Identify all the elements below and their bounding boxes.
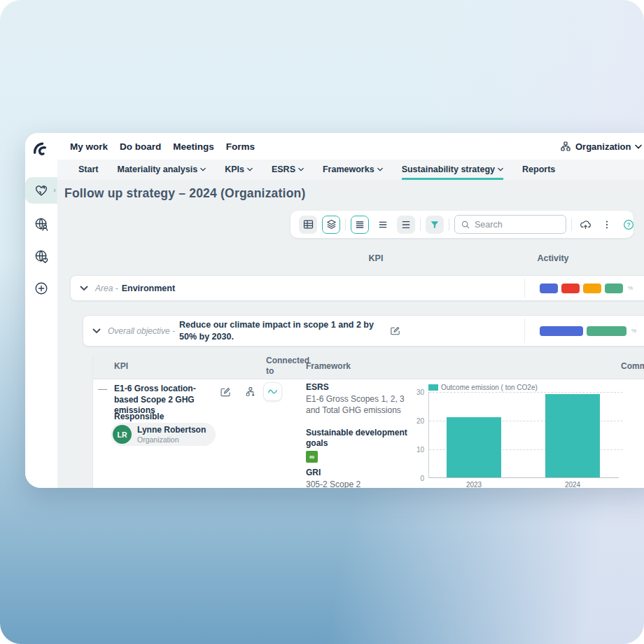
sub-navigation: Start Materiality analysis KPIs ESRS Fra… <box>57 160 644 180</box>
hierarchy-icon <box>560 141 571 152</box>
framework-gri: GRI 305-2 Scope 2 <box>306 468 411 488</box>
app-window: › <box>25 133 644 488</box>
framework-column: ESRS E1-6 Gross Scopes 1, 2, 3 and Total… <box>306 382 411 488</box>
chart-xtick-label: 2024 <box>545 481 600 488</box>
chart-ytick-label: 10 <box>410 446 424 454</box>
sidebar-item-global-goals[interactable] <box>25 243 57 270</box>
chevron-right-icon[interactable]: › <box>53 186 56 194</box>
globe-heart-icon <box>34 248 50 265</box>
tab-esrs[interactable]: ESRS <box>272 160 304 180</box>
area-label: Environment <box>122 284 175 293</box>
help-icon[interactable]: ? <box>620 216 637 233</box>
tab-reports[interactable]: Reports <box>522 160 555 180</box>
divider <box>420 218 421 231</box>
divider <box>524 318 525 343</box>
layers-view-button[interactable] <box>322 216 340 234</box>
objective-prefix: Overall objective - <box>108 326 175 336</box>
chart-bar-2023 <box>447 417 501 477</box>
objective-row[interactable]: Overall objective - Reduce our climate i… <box>83 315 644 346</box>
area-row[interactable]: Area - Environment % <box>70 275 644 301</box>
search-icon <box>461 220 470 230</box>
responsible-subtitle: Organization <box>137 435 206 444</box>
status-bar-green <box>587 326 626 336</box>
main-content: Follow up strategy – 2024 (Organization) <box>57 180 644 488</box>
edit-icon[interactable] <box>389 325 401 337</box>
organization-selector[interactable]: Organization <box>560 141 642 152</box>
chevron-down-icon <box>298 167 304 172</box>
chevron-down-icon <box>498 167 503 172</box>
framework-detail: E1-6 Gross Scopes 1, 2, 3 and Total GHG … <box>306 394 411 416</box>
chart-ytick-label: 0 <box>410 475 424 482</box>
chart-ytick-label: 20 <box>410 417 424 425</box>
app-logo[interactable] <box>32 141 50 160</box>
top-navigation: My work Do board Meetings Forms Org <box>57 133 644 160</box>
chart-gridline <box>429 392 623 393</box>
page-title: Follow up strategy – 2024 (Organization) <box>64 186 305 201</box>
collapse-dash-icon[interactable]: — <box>98 384 107 394</box>
chart-bar-2024 <box>545 394 600 477</box>
chevron-down-icon <box>635 144 642 149</box>
legend-swatch <box>428 384 438 391</box>
top-nav-do-board[interactable]: Do board <box>120 141 161 152</box>
avatar: LR <box>113 425 132 444</box>
framework-detail: 305-2 Scope 2 <box>306 479 411 488</box>
sdg-goal-icon[interactable]: ∞ <box>306 451 318 463</box>
trend-wave-icon[interactable] <box>263 382 282 401</box>
filter-button[interactable] <box>426 216 444 234</box>
chevron-down-icon[interactable] <box>80 286 88 291</box>
kpi-table: KPI Connected to Framework Comments — E1… <box>93 354 644 488</box>
hierarchy-download-icon[interactable] <box>245 386 258 398</box>
sidebar-item-sustainability-strategy[interactable]: › <box>25 177 57 204</box>
framework-title: ESRS <box>306 382 411 393</box>
top-nav-meetings[interactable]: Meetings <box>173 141 214 152</box>
search-input[interactable] <box>475 220 552 230</box>
chevron-down-icon <box>247 167 253 172</box>
tab-start[interactable]: Start <box>78 160 98 180</box>
objective-text: Reduce our climate impact in scope 1 and… <box>179 319 379 342</box>
legend-label: Outcome emission ( ton CO2e) <box>441 384 538 391</box>
responsible-name: Lynne Robertson <box>137 425 206 435</box>
kpi-table-row: — E1-6 Gross location-based Scope 2 GHG … <box>93 379 644 488</box>
chevron-down-icon[interactable] <box>92 328 101 334</box>
row-density-compact-button[interactable] <box>351 216 369 234</box>
column-header-kpi: KPI <box>348 253 404 263</box>
kpi-table-header: KPI Connected to Framework Comments <box>93 354 644 379</box>
row-density-medium-button[interactable] <box>374 216 392 234</box>
chevron-down-icon <box>200 167 206 172</box>
sidebar-item-stakeholders[interactable] <box>25 211 57 237</box>
top-nav-forms[interactable]: Forms <box>226 141 255 152</box>
sidebar-menu: › <box>25 177 57 307</box>
sidebar-item-add[interactable] <box>25 275 57 302</box>
desktop-background: › <box>0 0 644 644</box>
row-density-relaxed-button[interactable] <box>397 216 415 234</box>
tab-sustainability-strategy[interactable]: Sustainability strategy <box>402 160 503 180</box>
responsible-label: Responsible <box>114 412 164 421</box>
tab-frameworks[interactable]: Frameworks <box>323 160 383 180</box>
responsible-chip[interactable]: LR Lynne Robertson Organization <box>111 423 216 446</box>
globe-person-icon <box>34 216 50 232</box>
chart-plot: 20232024 <box>428 392 619 478</box>
th-connected-to: Connected to <box>266 356 311 377</box>
toolbar: ? <box>290 211 634 238</box>
th-framework: Framework <box>306 361 351 371</box>
column-header-activity: Activity <box>525 253 581 263</box>
status-bar-green <box>605 284 623 293</box>
percent-symbol: % <box>628 285 633 291</box>
framework-title: Sustainable development goals <box>306 428 411 449</box>
tab-kpis[interactable]: KPIs <box>225 160 253 180</box>
plus-circle-icon <box>34 281 49 296</box>
chart-xtick-label: 2023 <box>447 481 501 488</box>
edit-icon[interactable] <box>219 386 232 398</box>
table-view-button[interactable] <box>299 216 317 234</box>
status-bar-red <box>561 284 580 293</box>
divider <box>524 279 525 298</box>
chart-ytick-label: 30 <box>410 388 424 396</box>
more-options-icon[interactable] <box>598 216 615 233</box>
status-bar-orange <box>583 284 601 293</box>
export-icon[interactable] <box>577 216 594 233</box>
search-field[interactable] <box>454 215 566 234</box>
top-nav-my-work[interactable]: My work <box>70 141 108 152</box>
tab-materiality-analysis[interactable]: Materiality analysis <box>117 160 206 180</box>
percent-symbol: % <box>631 328 636 334</box>
divider <box>571 218 572 231</box>
